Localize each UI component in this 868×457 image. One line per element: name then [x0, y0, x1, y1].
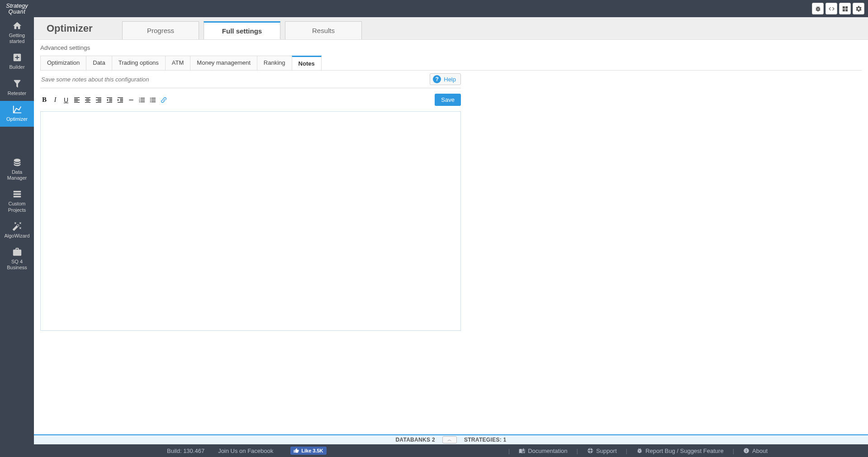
sidebar-item-data-manager[interactable]: Data Manager	[0, 154, 34, 186]
fb-like-label: Like 3.5K	[301, 448, 323, 453]
documentation-link[interactable]: Documentation	[515, 447, 571, 454]
lifebuoy-icon	[587, 447, 593, 454]
subtab-data[interactable]: Data	[86, 56, 112, 70]
advanced-settings-label: Advanced settings	[40, 44, 862, 51]
databanks-toggle[interactable]: ︿	[442, 436, 457, 443]
page-title: Optimizer	[34, 17, 122, 39]
sidebar-item-builder[interactable]: Builder	[0, 49, 34, 75]
wand-icon	[12, 221, 22, 231]
databanks-bar: DATABANKS 2 ︿ STRATEGIES: 1	[34, 434, 868, 444]
sidebar-label: Getting started	[2, 33, 32, 44]
sidebar-item-retester[interactable]: Retester	[0, 75, 34, 101]
sidebar-label: Builder	[9, 64, 24, 70]
footer-links: | Documentation | Support | Report Bug /…	[503, 447, 771, 454]
sidebar-gap	[0, 127, 34, 154]
layers-icon	[12, 189, 22, 199]
bold-button[interactable]: B	[40, 96, 48, 104]
notes-panel: Save some notes about this configuration…	[34, 71, 868, 337]
separator: |	[621, 447, 633, 454]
info-icon	[743, 447, 749, 454]
separator: |	[571, 447, 583, 454]
help-button[interactable]: ? Help	[430, 73, 461, 85]
plus-box-icon	[12, 52, 22, 62]
sub-area: Advanced settings Optimization Data Trad…	[34, 40, 868, 71]
support-link[interactable]: Support	[583, 447, 621, 454]
help-label: Help	[444, 76, 456, 83]
main-tabs: Progress Full settings Results	[122, 17, 366, 39]
subtab-atm[interactable]: ATM	[165, 56, 190, 70]
subtab-trading-options[interactable]: Trading options	[112, 56, 166, 70]
help-icon: ?	[433, 75, 441, 83]
underline-button[interactable]: U	[62, 96, 70, 104]
sidebar-label: AlgoWizard	[4, 233, 29, 239]
sidebar-label: SQ 4 Business	[2, 259, 32, 271]
bug-icon[interactable]	[812, 3, 824, 14]
subtab-money-management[interactable]: Money management	[190, 56, 257, 70]
report-bug-link[interactable]: Report Bug / Suggest Feature	[633, 447, 727, 454]
sidebar-item-algowizard[interactable]: AlgoWizard	[0, 218, 34, 243]
tab-full-settings[interactable]: Full settings	[204, 21, 280, 39]
footer: Build: 130.467 Join Us on Facebook Like …	[34, 444, 868, 457]
sidebar-label: Retester	[8, 90, 27, 96]
align-left-button[interactable]	[73, 96, 81, 104]
sidebar-item-custom-projects[interactable]: Custom Projects	[0, 186, 34, 217]
hr-button[interactable]	[127, 96, 135, 104]
separator: |	[727, 447, 740, 454]
thumb-up-icon	[294, 448, 299, 453]
home-icon	[12, 21, 22, 31]
sub-tabs: Optimization Data Trading options ATM Mo…	[40, 56, 862, 71]
notes-hint: Save some notes about this configuration	[40, 76, 149, 83]
footer-block: Build: 130.467 Join Us on Facebook Like …	[167, 447, 327, 455]
content: Optimizer Progress Full settings Results…	[34, 17, 868, 457]
tab-results[interactable]: Results	[285, 21, 362, 39]
strategies-label: STRATEGIES: 1	[464, 437, 507, 443]
subtab-optimization[interactable]: Optimization	[40, 56, 86, 70]
outdent-button[interactable]	[116, 96, 124, 104]
tab-progress[interactable]: Progress	[122, 21, 199, 39]
sidebar-label: Optimizer	[6, 116, 28, 122]
sidebar-label: Data Manager	[2, 169, 32, 181]
sidebar-label: Custom Projects	[2, 201, 32, 213]
logo: Strategy Quant	[0, 0, 34, 17]
save-button[interactable]: Save	[435, 94, 461, 106]
align-center-button[interactable]	[84, 96, 92, 104]
filter-icon	[12, 79, 22, 89]
editor-textarea[interactable]	[40, 111, 461, 331]
grid-icon[interactable]	[839, 3, 851, 14]
indent-button[interactable]	[105, 96, 114, 104]
chart-line-icon	[12, 105, 22, 114]
align-right-button[interactable]	[95, 96, 103, 104]
editor-toolbar: B I U Save	[40, 88, 461, 109]
notes-left: Save some notes about this configuration…	[40, 71, 461, 331]
notes-header: Save some notes about this configuration…	[40, 71, 461, 88]
link-button[interactable]	[160, 96, 168, 104]
book-icon	[519, 447, 525, 454]
fb-like-button[interactable]: Like 3.5K	[290, 447, 326, 455]
ordered-list-button[interactable]	[138, 96, 146, 104]
spacer	[34, 337, 868, 434]
about-label: About	[752, 447, 768, 454]
logo-line2: Quant	[9, 9, 26, 14]
gear-icon[interactable]	[853, 3, 864, 14]
documentation-label: Documentation	[528, 447, 567, 454]
briefcase-icon	[12, 247, 22, 257]
about-link[interactable]: About	[740, 447, 771, 454]
unordered-list-button[interactable]	[149, 96, 157, 104]
database-icon	[12, 157, 22, 167]
separator: |	[503, 447, 515, 454]
topbar: Strategy Quant	[0, 0, 868, 17]
bug-icon	[636, 447, 643, 454]
sidebar: Getting started Builder Retester Optimiz…	[0, 17, 34, 457]
join-facebook-link[interactable]: Join Us on Facebook	[218, 447, 273, 454]
italic-button[interactable]: I	[51, 96, 59, 104]
sidebar-item-sq4business[interactable]: SQ 4 Business	[0, 243, 34, 275]
code-icon[interactable]	[825, 3, 837, 14]
subtab-notes[interactable]: Notes	[292, 56, 322, 70]
subtab-ranking[interactable]: Ranking	[257, 56, 292, 70]
build-label: Build: 130.467	[167, 447, 204, 454]
topbar-buttons	[812, 3, 864, 14]
sidebar-item-optimizer[interactable]: Optimizer	[0, 101, 34, 127]
sidebar-item-getting-started[interactable]: Getting started	[0, 17, 34, 49]
toolbar-left: B I U	[40, 96, 168, 104]
support-label: Support	[596, 447, 617, 454]
